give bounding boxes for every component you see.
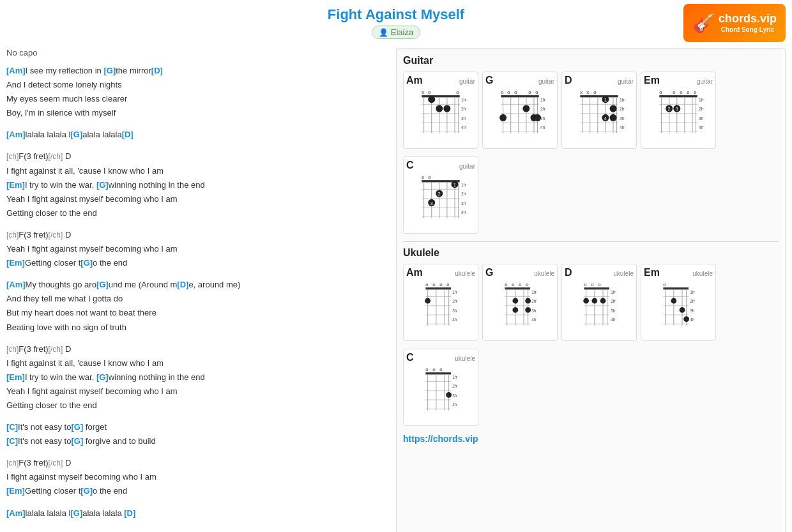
lyric-line: [Am]lalala lalala l[G]alala lalala[D] bbox=[6, 128, 390, 142]
chord-am[interactable]: [Am] bbox=[6, 130, 26, 139]
svg-text:4fr: 4fr bbox=[690, 317, 695, 322]
svg-text:o: o bbox=[598, 282, 600, 287]
svg-rect-175 bbox=[663, 287, 689, 289]
chord-diagram-em-ukulele[interactable]: Em ukulele o 1fr bbox=[641, 264, 716, 341]
svg-text:3fr: 3fr bbox=[690, 308, 695, 313]
chord-g[interactable]: [G] bbox=[80, 486, 93, 496]
svg-text:3fr: 3fr bbox=[699, 116, 704, 121]
chord-g[interactable]: [G] bbox=[96, 180, 109, 190]
ukulele-section-label: Ukulele bbox=[403, 247, 779, 259]
svg-point-44 bbox=[534, 114, 541, 121]
svg-text:o: o bbox=[439, 367, 442, 372]
lyric-line: I fight against it all, 'cause I know wh… bbox=[6, 164, 390, 178]
chord-diagram-d-ukulele[interactable]: D ukulele o o o bbox=[561, 264, 637, 341]
svg-rect-74 bbox=[659, 95, 697, 97]
chord-d[interactable]: [D] bbox=[124, 508, 135, 518]
svg-point-18 bbox=[428, 96, 435, 103]
chord-g[interactable]: [G] bbox=[80, 258, 93, 268]
svg-text:4fr: 4fr bbox=[452, 402, 457, 407]
chord-g[interactable]: [G] bbox=[96, 372, 109, 382]
svg-text:2fr: 2fr bbox=[690, 299, 695, 303]
svg-text:o: o bbox=[687, 89, 689, 95]
chord-diagram-d-guitar[interactable]: D guitar x x o bbox=[561, 72, 637, 149]
svg-point-20 bbox=[443, 105, 450, 112]
lyric-block-8: [ch]F(3 fret)[/ch] D I fight against mys… bbox=[6, 456, 390, 498]
lyric-line: I fight against it all, 'cause I know wh… bbox=[6, 356, 390, 370]
chord-diagram-c-ukulele[interactable]: C ukulele o o o bbox=[403, 349, 478, 426]
chord-diagram-c-guitar[interactable]: C guitar x o bbox=[403, 156, 478, 234]
chord-g[interactable]: [G] bbox=[70, 130, 82, 139]
chord-g[interactable]: [G] bbox=[71, 422, 83, 432]
chord-em[interactable]: [Em] bbox=[6, 258, 25, 268]
svg-text:o: o bbox=[680, 89, 682, 95]
svg-point-171 bbox=[583, 298, 589, 304]
chord-d[interactable]: [D] bbox=[151, 66, 163, 75]
svg-point-153 bbox=[512, 307, 518, 313]
svg-point-19 bbox=[436, 105, 443, 112]
svg-text:o: o bbox=[505, 282, 507, 287]
chords-url: https://chords.vip bbox=[403, 434, 779, 444]
chord-c[interactable]: [C] bbox=[6, 422, 18, 432]
svg-text:o: o bbox=[446, 282, 449, 287]
chord-diagram-g-ukulele[interactable]: G ukulele o o o o bbox=[482, 264, 558, 341]
chord-diagram-am-guitar[interactable]: Am guitar x o o bbox=[403, 72, 478, 149]
svg-text:o: o bbox=[591, 282, 593, 287]
chord-diagram-g-guitar[interactable]: G guitar o o o o o bbox=[482, 72, 558, 149]
lyric-line: Getting closer to the end bbox=[6, 399, 390, 413]
svg-text:3fr: 3fr bbox=[461, 116, 466, 121]
lyric-line: I fight against myself becoming who I am bbox=[6, 470, 390, 484]
chords-panel: Guitar Am guitar x o o bbox=[396, 48, 786, 532]
svg-text:2fr: 2fr bbox=[452, 384, 457, 388]
lyric-line: [Am]I see my reflection in [G]the mirror… bbox=[6, 64, 390, 78]
lyric-block-9: [Am]lalala lalala l[G]alala lalala [D] bbox=[6, 506, 390, 521]
fretboard-am-ukulele: o o o o 1fr 2fr bbox=[406, 280, 475, 336]
lyric-line: [ch]F(3 fret)[/ch] D bbox=[6, 149, 390, 163]
lyric-line: [Em]Getting closer t[G]o the end bbox=[6, 256, 390, 270]
chord-em[interactable]: [Em] bbox=[6, 372, 25, 382]
svg-rect-120 bbox=[425, 287, 451, 289]
chord-g[interactable]: [G] bbox=[103, 66, 116, 75]
svg-text:2fr: 2fr bbox=[461, 107, 466, 111]
svg-point-173 bbox=[600, 298, 606, 304]
svg-text:3fr: 3fr bbox=[540, 116, 545, 121]
chord-d[interactable]: [D] bbox=[177, 280, 188, 289]
svg-text:4fr: 4fr bbox=[452, 317, 457, 322]
chord-em[interactable]: [Em] bbox=[6, 486, 25, 496]
chord-c[interactable]: [C] bbox=[6, 436, 18, 446]
svg-rect-158 bbox=[584, 287, 609, 289]
chord-am[interactable]: [Am] bbox=[6, 508, 26, 518]
svg-point-154 bbox=[525, 307, 531, 313]
lyric-block-7: [C]It's not easy to[G] forget [C]It's no… bbox=[6, 420, 390, 448]
svg-text:1fr: 1fr bbox=[611, 290, 616, 294]
lyric-line: [ch]F(3 fret)[/ch] D bbox=[6, 228, 390, 242]
svg-text:o: o bbox=[432, 282, 435, 287]
svg-text:x: x bbox=[586, 89, 589, 95]
svg-text:o: o bbox=[425, 367, 428, 372]
svg-text:2: 2 bbox=[668, 106, 671, 112]
lyric-line: Yeah I fight against myself becoming who… bbox=[6, 242, 390, 256]
chord-diagram-em-guitar[interactable]: Em guitar o o o o o bbox=[641, 72, 716, 149]
svg-text:x: x bbox=[422, 174, 424, 180]
chord-g[interactable]: [G] bbox=[71, 436, 83, 446]
chord-g[interactable]: [G] bbox=[70, 508, 82, 518]
svg-text:2fr: 2fr bbox=[461, 192, 466, 196]
svg-text:4fr: 4fr bbox=[461, 125, 466, 130]
chord-diagram-am-ukulele[interactable]: Am ukulele o o o o bbox=[403, 264, 478, 341]
lyrics-panel: No capo [Am]I see my reflection in [G]th… bbox=[6, 48, 396, 532]
chord-em[interactable]: [Em] bbox=[6, 180, 25, 190]
chord-g[interactable]: [G] bbox=[96, 280, 109, 289]
svg-text:2fr: 2fr bbox=[699, 107, 704, 111]
svg-text:o: o bbox=[593, 89, 596, 95]
svg-text:1fr: 1fr bbox=[690, 290, 695, 294]
chord-d[interactable]: [D] bbox=[122, 130, 133, 139]
chord-am[interactable]: [Am] bbox=[6, 66, 26, 75]
lyric-line: [C]It's not easy to[G] forgive and to bu… bbox=[6, 434, 390, 448]
lyric-line: [Em]I try to win the war, [G]winning not… bbox=[6, 178, 390, 192]
svg-point-42 bbox=[499, 114, 506, 121]
chord-am[interactable]: [Am] bbox=[6, 280, 26, 289]
svg-text:1fr: 1fr bbox=[540, 98, 545, 102]
fretboard-g-guitar: o o o o o bbox=[485, 87, 554, 144]
author-badge: Elaiza bbox=[372, 26, 420, 39]
svg-text:o: o bbox=[673, 89, 675, 95]
svg-text:o: o bbox=[526, 282, 528, 287]
